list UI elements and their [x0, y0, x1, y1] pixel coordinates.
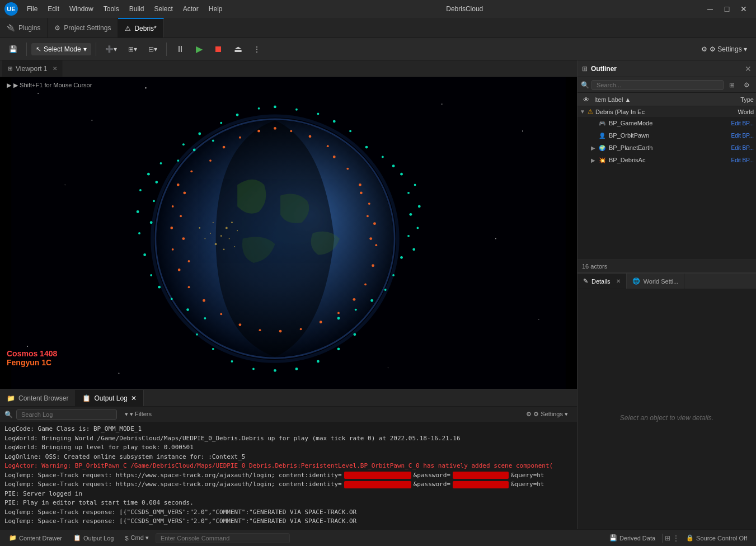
tab-content-browser[interactable]: 📁 Content Browser — [0, 390, 76, 406]
outliner-search-input[interactable] — [591, 80, 724, 90]
output-log-close[interactable]: ✕ — [131, 394, 137, 402]
svg-point-65 — [392, 164, 395, 167]
content-browser-label: Content Browser — [18, 394, 68, 402]
svg-point-40 — [139, 189, 142, 191]
menu-actor[interactable]: Actor — [179, 3, 203, 15]
tab-output-log[interactable]: 📋 Output Log ✕ — [76, 390, 143, 406]
tree-item-debrisac[interactable]: ▶ 💥 BP_DebrisAc Edit BP... — [577, 154, 756, 166]
plugins-label: Plugins — [18, 24, 40, 32]
tree-item-gamemode[interactable]: ▶ 🎮 BP_GameMode Edit BP... — [577, 117, 756, 129]
viewport-1-tab[interactable]: ⊞ Viewport 1 ✕ — [2, 60, 63, 77]
close-button[interactable]: ✕ — [736, 1, 752, 17]
tree-item-planetearth[interactable]: ▶ 🌍 BP_PlanetEarth Edit BP... — [577, 142, 756, 154]
more-button[interactable]: ⋮ — [249, 43, 265, 55]
menu-window[interactable]: Window — [65, 3, 98, 15]
svg-point-22 — [223, 248, 225, 250]
outliner-settings-button[interactable]: ⚙ — [740, 79, 753, 91]
log-settings-label: ⚙ Settings ▾ — [533, 411, 568, 418]
svg-point-41 — [137, 210, 139, 213]
svg-point-91 — [172, 205, 174, 208]
more-icon: ⋮ — [253, 45, 260, 53]
svg-point-82 — [274, 127, 276, 130]
details-close-button[interactable]: ✕ — [616, 278, 621, 284]
menu-tools[interactable]: Tools — [99, 3, 124, 15]
svg-point-112 — [333, 156, 336, 158]
svg-point-87 — [239, 136, 241, 139]
svg-point-64 — [382, 156, 384, 158]
source-control-button[interactable]: 🔒 Source Control Off — [682, 530, 752, 546]
svg-point-94 — [178, 269, 181, 271]
save-icon: 💾 — [9, 45, 17, 53]
col-visibility-header: 👁 — [580, 96, 592, 103]
play-button[interactable]: ▶ — [191, 41, 207, 57]
right-panel: ⊞ Outliner ✕ 🔍 ⊞ ⚙ 👁 Item Label ▲ Type — [577, 60, 756, 546]
planetearth-edit-button[interactable]: Edit BP... — [726, 145, 754, 151]
viewport-close-icon[interactable]: ✕ — [53, 65, 57, 72]
pause-button[interactable]: ⏸ — [171, 42, 189, 57]
cmd-status-button[interactable]: $ Cmd ▾ — [120, 530, 153, 546]
filters-button[interactable]: ▾ ▾ Filters — [120, 410, 156, 419]
tab-project-settings[interactable]: ⚙ Project Settings — [48, 18, 118, 37]
play-icon: ▶ — [196, 44, 203, 54]
debrisac-edit-button[interactable]: Edit BP... — [726, 157, 754, 163]
svg-point-3 — [91, 120, 92, 121]
svg-point-56 — [212, 348, 214, 350]
debris-icon: ⚠ — [125, 25, 131, 32]
svg-point-44 — [150, 274, 152, 276]
menu-select[interactable]: Select — [149, 3, 177, 15]
tree-item-orbitpawn[interactable]: ▶ 👤 BP_OrbitPawn Edit BP... — [577, 129, 756, 142]
stop-button[interactable]: ⏹ — [209, 42, 227, 57]
svg-point-39 — [147, 173, 150, 176]
log-settings-button[interactable]: ⚙ ⚙ Settings ▾ — [522, 410, 572, 419]
orbitpawn-edit-button[interactable]: Edit BP... — [726, 133, 754, 139]
menu-help[interactable]: Help — [204, 3, 227, 15]
svg-point-63 — [365, 146, 368, 149]
col-type-header[interactable]: Type — [720, 96, 754, 103]
tab-world-settings[interactable]: 🌐 World Setti... — [627, 274, 685, 289]
search-log-input[interactable] — [16, 410, 117, 420]
svg-point-6 — [522, 130, 523, 131]
tree-group-debris[interactable]: ▼ ⚠ Debris (Play In Ec World — [577, 106, 756, 117]
dropdown-icon: ▾ — [83, 45, 87, 53]
gamemode-edit-button[interactable]: Edit BP... — [726, 120, 754, 126]
svg-point-68 — [153, 200, 155, 202]
svg-point-101 — [300, 328, 302, 330]
global-status-bar: 📁 Content Drawer 📋 Output Log $ Cmd ▾ 💾 … — [0, 529, 756, 546]
debris-label: Debris* — [134, 25, 156, 32]
svg-point-20 — [215, 243, 217, 245]
log-content: LogCode: Game Class is: BP_OMM_MODE_1 Lo… — [0, 422, 577, 529]
tab-plugins[interactable]: 🔌 Plugins — [0, 18, 48, 37]
viewport[interactable]: ▶ ▶ Shift+F1 for Mouse Cursor Cosmos 140… — [0, 77, 577, 389]
add-button[interactable]: ➕▾ — [101, 43, 121, 55]
cmd-status-input[interactable] — [156, 533, 290, 543]
grid-button[interactable]: ⊟▾ — [144, 43, 162, 55]
outliner-filter-button[interactable]: ⊞ — [726, 79, 738, 91]
svg-point-10 — [27, 346, 28, 347]
outliner-close-button[interactable]: ✕ — [745, 64, 752, 73]
svg-point-21 — [210, 233, 211, 234]
menu-file[interactable]: File — [22, 3, 42, 15]
menu-edit[interactable]: Edit — [43, 3, 64, 15]
col-label-header[interactable]: Item Label ▲ — [592, 96, 720, 103]
select-mode-button[interactable]: ↖ Select Mode ▾ — [31, 43, 91, 55]
tab-details-active[interactable]: ✎ Details ✕ — [577, 274, 627, 289]
svg-point-55 — [317, 360, 320, 363]
output-log-status-icon: 📋 — [73, 534, 81, 542]
minimize-button[interactable]: ─ — [702, 1, 718, 17]
maximize-button[interactable]: □ — [719, 1, 735, 17]
svg-point-42 — [138, 232, 140, 234]
svg-point-75 — [370, 299, 373, 302]
menu-build[interactable]: Build — [125, 3, 149, 15]
output-log-status-button[interactable]: 📋 Output Log — [69, 530, 118, 546]
content-drawer-button[interactable]: 📁 Content Drawer — [4, 530, 67, 546]
save-button[interactable]: 💾 — [4, 43, 22, 55]
snap-button[interactable]: ⊞▾ — [124, 43, 142, 55]
svg-point-12 — [118, 373, 119, 374]
eject-button[interactable]: ⏏ — [229, 41, 247, 57]
hint-arrow-icon: ▶ — [7, 82, 11, 89]
svg-point-85 — [327, 145, 329, 147]
settings-button[interactable]: ⚙ ⚙ Settings ▾ — [697, 43, 752, 55]
derived-data-button[interactable]: 💾 Derived Data — [605, 530, 660, 546]
svg-point-71 — [418, 205, 421, 208]
tab-debris-active[interactable]: ⚠ Debris* — [118, 18, 163, 37]
